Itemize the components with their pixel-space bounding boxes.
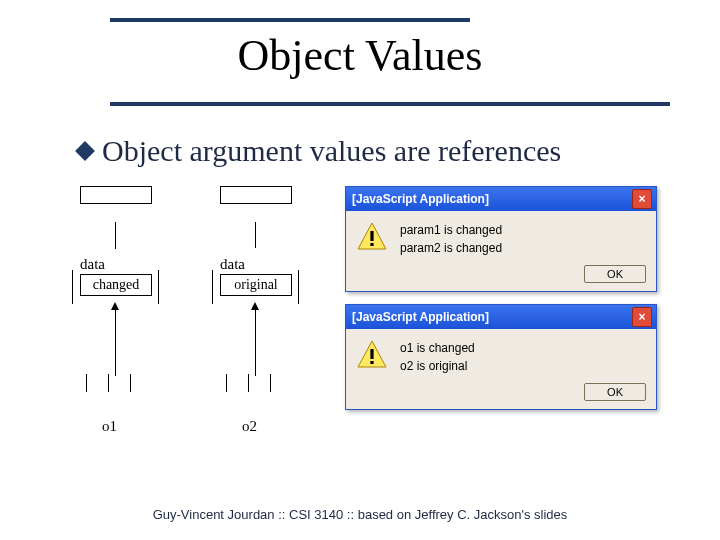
dialog-body: o1 is changed o2 is original OK xyxy=(346,329,656,409)
line xyxy=(255,222,256,248)
box-param2 xyxy=(220,186,292,204)
line xyxy=(226,374,227,392)
line xyxy=(212,270,213,304)
line xyxy=(115,222,116,248)
svg-rect-1 xyxy=(370,231,373,241)
line xyxy=(158,270,159,304)
label-o2: o2 xyxy=(242,418,257,435)
svg-rect-2 xyxy=(370,243,373,246)
ok-button[interactable]: OK xyxy=(584,265,646,283)
warning-icon xyxy=(356,339,390,375)
line xyxy=(72,270,73,304)
line xyxy=(130,374,131,392)
dialog-message-line: param2 is changed xyxy=(400,239,502,257)
dialog-message-line: o1 is changed xyxy=(400,339,475,357)
dialog-titlebar[interactable]: [JavaScript Application] × xyxy=(346,187,656,211)
dialog-messages: param1 is changed param2 is changed xyxy=(400,221,502,257)
box-param1 xyxy=(80,186,152,204)
bullet-text: Object argument values are references xyxy=(102,134,561,168)
line xyxy=(298,270,299,304)
bullet-row: Object argument values are references xyxy=(78,134,561,168)
dialog-1: [JavaScript Application] × param1 is cha… xyxy=(345,186,657,292)
box-val1: changed xyxy=(80,274,152,296)
line xyxy=(115,304,116,376)
dialog-2: [JavaScript Application] × o1 is changed… xyxy=(345,304,657,410)
label-data2: data xyxy=(220,256,245,273)
line xyxy=(115,248,116,249)
line xyxy=(270,374,271,392)
dialogs: [JavaScript Application] × param1 is cha… xyxy=(345,186,655,422)
dialog-title: [JavaScript Application] xyxy=(352,310,632,324)
diamond-icon xyxy=(75,141,95,161)
line xyxy=(108,374,109,392)
arrowhead-up-icon xyxy=(251,302,259,310)
dialog-titlebar[interactable]: [JavaScript Application] × xyxy=(346,305,656,329)
close-icon[interactable]: × xyxy=(632,307,652,327)
line xyxy=(86,374,87,392)
slide-footer: Guy-Vincent Jourdan :: CSI 3140 :: based… xyxy=(0,507,720,522)
rule-top xyxy=(110,18,470,22)
svg-rect-5 xyxy=(370,361,373,364)
close-icon[interactable]: × xyxy=(632,189,652,209)
box-val2: original xyxy=(220,274,292,296)
arrowhead-up-icon xyxy=(111,302,119,310)
warning-icon xyxy=(356,221,390,257)
label-data1: data xyxy=(80,256,105,273)
dialog-body: param1 is changed param2 is changed OK xyxy=(346,211,656,291)
rule-under-title xyxy=(110,102,670,106)
dialog-messages: o1 is changed o2 is original xyxy=(400,339,475,375)
reference-diagram: param1 data changed o1 param2 data origi… xyxy=(80,186,348,446)
dialog-message-line: param1 is changed xyxy=(400,221,502,239)
dialog-title: [JavaScript Application] xyxy=(352,192,632,206)
line xyxy=(248,374,249,392)
dialog-message-line: o2 is original xyxy=(400,357,475,375)
label-o1: o1 xyxy=(102,418,117,435)
line xyxy=(255,304,256,376)
ok-button[interactable]: OK xyxy=(584,383,646,401)
svg-rect-4 xyxy=(370,349,373,359)
page-title: Object Values xyxy=(0,30,720,81)
